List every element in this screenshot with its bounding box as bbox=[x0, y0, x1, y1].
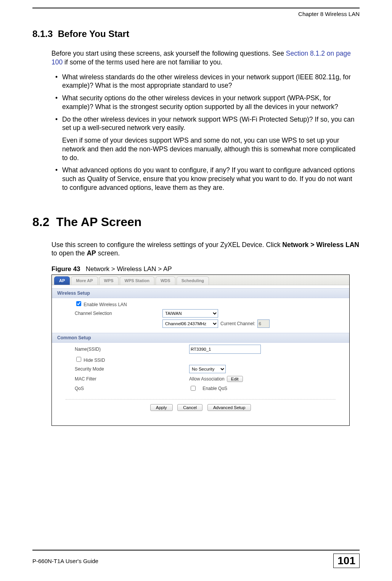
enable-wlan-checkbox[interactable] bbox=[76, 301, 81, 306]
chapter-header: Chapter 8 Wireless LAN bbox=[32, 8, 360, 29]
mac-filter-label: MAC Filter bbox=[75, 376, 162, 382]
tab-scheduling[interactable]: Scheduling bbox=[177, 276, 209, 285]
tab-wps-station[interactable]: WPS Station bbox=[120, 276, 154, 285]
heading-number: 8.1.3 bbox=[32, 29, 53, 39]
enable-wlan-label: Enable Wireless LAN bbox=[84, 302, 127, 307]
tab-ap[interactable]: AP bbox=[54, 276, 70, 285]
nav-path: Network > Wireless LAN bbox=[282, 241, 359, 249]
page-footer: P-660N-T1A User's Guide 101 bbox=[32, 550, 360, 568]
ssid-input[interactable] bbox=[189, 345, 261, 354]
heading-title: Before You Start bbox=[58, 29, 129, 39]
text: to open the bbox=[51, 249, 87, 257]
channel-select[interactable]: Channel06 2437MHz bbox=[162, 319, 218, 328]
ap-screenshot: AP More AP WPS WPS Station WDS Schedulin… bbox=[51, 274, 350, 426]
tab-row: AP More AP WPS WPS Station WDS Schedulin… bbox=[52, 275, 349, 285]
heading-title: The AP Screen bbox=[56, 215, 141, 229]
text: Use this screen to configure the wireles… bbox=[51, 241, 282, 249]
security-mode-select[interactable]: No Security bbox=[189, 365, 226, 373]
intro-paragraph: Before you start using these screens, as… bbox=[51, 49, 360, 67]
tab-wps[interactable]: WPS bbox=[99, 276, 119, 285]
mac-filter-value: Allow Association bbox=[189, 376, 225, 382]
qos-label: QoS bbox=[75, 386, 162, 391]
bullet-item: What wireless standards do the other wir… bbox=[55, 73, 360, 90]
section-paragraph: Use this screen to configure the wireles… bbox=[51, 241, 360, 258]
bullet-item: What advanced options do you want to con… bbox=[55, 166, 360, 192]
intro-text-b: if some of the terms used here are not f… bbox=[63, 58, 222, 66]
bullet-subpara: Even if some of your devices support WPS… bbox=[62, 136, 360, 162]
current-channel-label: Current Channel: bbox=[220, 321, 255, 326]
edit-button[interactable]: Edit bbox=[227, 376, 243, 382]
footer-guide-name: P-660N-T1A User's Guide bbox=[32, 558, 98, 564]
heading-8-1-3: 8.1.3 Before You Start bbox=[32, 29, 360, 39]
current-channel-value bbox=[257, 319, 270, 328]
bullet-item: What security options do the other wirel… bbox=[55, 94, 360, 111]
separator bbox=[66, 399, 336, 400]
security-mode-label: Security Mode bbox=[75, 366, 162, 372]
channel-selection-label: Channel Selection bbox=[75, 311, 162, 316]
tab-wds[interactable]: WDS bbox=[156, 276, 175, 285]
apply-button[interactable]: Apply bbox=[150, 404, 173, 411]
ssid-label: Name(SSID) bbox=[75, 347, 162, 352]
intro-text-a: Before you start using these screens, as… bbox=[51, 50, 286, 57]
figure-caption: Figure 43 Network > Wireless LAN > AP bbox=[51, 265, 360, 273]
cancel-button[interactable]: Cancel bbox=[177, 404, 202, 411]
enable-qos-label: Enable QoS bbox=[202, 386, 227, 391]
heading-number: 8.2 bbox=[32, 215, 49, 229]
enable-qos-checkbox[interactable] bbox=[191, 386, 196, 391]
advanced-setup-button[interactable]: Advanced Setup bbox=[207, 404, 251, 411]
hide-ssid-checkbox[interactable] bbox=[76, 357, 81, 362]
country-select[interactable]: TAIWAN bbox=[162, 309, 218, 318]
screen-name: AP bbox=[87, 249, 96, 257]
bullet-text: Do the other wireless devices in your ne… bbox=[62, 116, 354, 132]
section-bar-wireless-setup: Wireless Setup bbox=[52, 288, 349, 298]
tab-more-ap[interactable]: More AP bbox=[71, 276, 98, 285]
section-bar-common-setup: Common Setup bbox=[52, 333, 349, 343]
text: screen. bbox=[96, 249, 120, 257]
page-number: 101 bbox=[333, 554, 360, 568]
figure-caption-text: Network > Wireless LAN > AP bbox=[86, 265, 172, 273]
bullet-item: Do the other wireless devices in your ne… bbox=[55, 115, 360, 162]
heading-8-2: 8.2 The AP Screen bbox=[32, 215, 360, 229]
hide-ssid-label: Hide SSID bbox=[84, 358, 105, 363]
figure-label: Figure 43 bbox=[51, 265, 80, 273]
